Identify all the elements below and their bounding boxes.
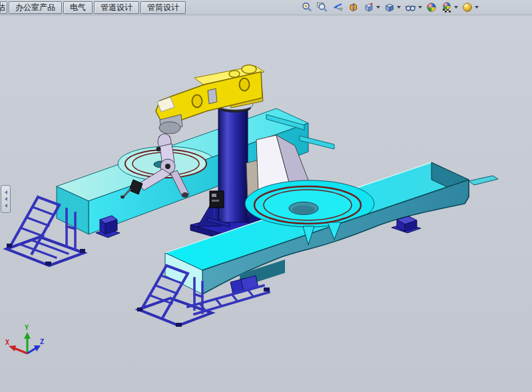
collapse-arrow-icon (5, 197, 7, 201)
viewport-canvas[interactable]: X Y Z (0, 0, 532, 392)
display-style-dropdown[interactable] (397, 6, 401, 9)
tab-office-products[interactable]: 办公室产品 (9, 1, 62, 14)
hide-show-items-button[interactable] (403, 1, 423, 14)
section-view-button[interactable] (346, 1, 361, 14)
triad-y-label: Y (25, 324, 29, 331)
view-settings-icon (461, 1, 473, 13)
view-orientation-button[interactable] (362, 1, 382, 14)
command-tabs: 评估 办公室产品 电气 管道设计 管筒设计 (0, 0, 186, 15)
command-manager-toolbar: 评估 办公室产品 电气 管道设计 管筒设计 (0, 0, 532, 15)
tab-piping-design[interactable]: 管道设计 (94, 1, 139, 14)
apply-scene-dropdown[interactable] (454, 6, 458, 9)
display-style-button[interactable] (382, 1, 402, 14)
apply-scene-button[interactable] (439, 1, 459, 14)
edit-appearance-icon (425, 1, 437, 13)
solidworks-window: X Y Z 评估 办公室产品 电气 管道设计 管筒设计 (0, 0, 532, 392)
hide-show-items-icon (404, 1, 417, 13)
zoom-to-fit-icon (301, 1, 313, 13)
triad-z-label: Z (40, 338, 44, 345)
collapse-arrow-icon (5, 190, 7, 194)
heads-up-view-toolbar (300, 0, 480, 15)
zoom-to-area-icon (316, 1, 328, 13)
zoom-to-fit-button[interactable] (300, 1, 314, 14)
edit-appearance-button[interactable] (424, 1, 439, 14)
model-turntable-ring-right[interactable] (254, 186, 361, 224)
view-orientation-icon (363, 1, 375, 13)
hide-show-items-dropdown[interactable] (418, 6, 422, 9)
tab-tubing-design[interactable]: 管筒设计 (140, 1, 186, 14)
previous-view-button[interactable] (330, 1, 346, 14)
apply-scene-icon (441, 1, 453, 13)
zoom-to-area-button[interactable] (315, 1, 330, 14)
collapse-arrow-icon (5, 204, 7, 208)
tab-electrical[interactable]: 电气 (63, 1, 93, 14)
view-settings-button[interactable] (460, 1, 480, 14)
display-style-icon (384, 1, 396, 13)
previous-view-icon (332, 1, 344, 13)
view-settings-dropdown[interactable] (475, 6, 479, 9)
feature-panel-collapse-button[interactable] (1, 185, 11, 213)
view-orientation-dropdown[interactable] (376, 6, 380, 9)
tab-evaluate[interactable]: 评估 (0, 1, 7, 14)
triad-x-label: X (5, 339, 9, 346)
section-view-icon (348, 1, 360, 13)
